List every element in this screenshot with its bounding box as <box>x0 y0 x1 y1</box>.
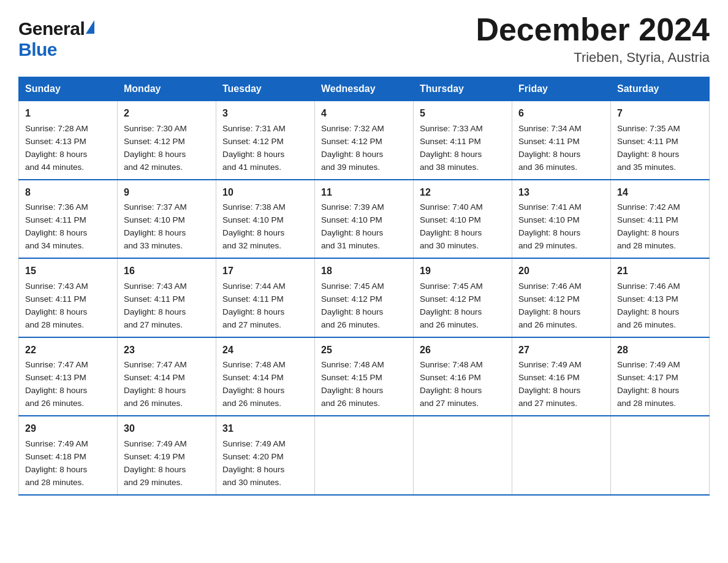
calendar-day-cell: 9Sunrise: 7:37 AMSunset: 4:10 PMDaylight… <box>118 180 216 258</box>
day-number: 5 <box>420 106 506 121</box>
calendar-header: SundayMondayTuesdayWednesdayThursdayFrid… <box>19 77 710 101</box>
calendar-day-cell: 8Sunrise: 7:36 AMSunset: 4:11 PMDaylight… <box>19 180 118 258</box>
calendar-day-cell: 16Sunrise: 7:43 AMSunset: 4:11 PMDayligh… <box>118 258 216 337</box>
day-info: Sunrise: 7:49 AMSunset: 4:20 PMDaylight:… <box>222 438 308 489</box>
day-info: Sunrise: 7:38 AMSunset: 4:10 PMDaylight:… <box>222 201 308 253</box>
day-info: Sunrise: 7:43 AMSunset: 4:11 PMDaylight:… <box>124 280 210 332</box>
day-info: Sunrise: 7:46 AMSunset: 4:13 PMDaylight:… <box>617 280 703 332</box>
calendar-week-row: 1Sunrise: 7:28 AMSunset: 4:13 PMDaylight… <box>19 101 710 180</box>
day-info: Sunrise: 7:32 AMSunset: 4:12 PMDaylight:… <box>321 123 407 174</box>
day-info: Sunrise: 7:43 AMSunset: 4:11 PMDaylight:… <box>25 280 111 332</box>
day-number: 3 <box>222 106 308 121</box>
day-number: 2 <box>124 106 210 121</box>
day-info: Sunrise: 7:45 AMSunset: 4:12 PMDaylight:… <box>420 280 506 332</box>
calendar-day-cell: 22Sunrise: 7:47 AMSunset: 4:13 PMDayligh… <box>19 337 118 416</box>
calendar-day-cell: 3Sunrise: 7:31 AMSunset: 4:12 PMDaylight… <box>216 101 315 180</box>
day-info: Sunrise: 7:46 AMSunset: 4:12 PMDaylight:… <box>518 280 604 332</box>
logo-triangle-icon <box>86 20 94 34</box>
day-of-week-header: Friday <box>512 77 611 101</box>
day-info: Sunrise: 7:44 AMSunset: 4:11 PMDaylight:… <box>222 280 308 332</box>
calendar-day-cell: 19Sunrise: 7:45 AMSunset: 4:12 PMDayligh… <box>414 258 512 337</box>
title-block: December 2024 Trieben, Styria, Austria <box>476 12 710 66</box>
calendar-day-cell: 25Sunrise: 7:48 AMSunset: 4:15 PMDayligh… <box>315 337 414 416</box>
calendar-day-cell <box>512 416 611 494</box>
day-of-week-header: Monday <box>118 77 216 101</box>
calendar-day-cell: 12Sunrise: 7:40 AMSunset: 4:10 PMDayligh… <box>414 180 512 258</box>
day-info: Sunrise: 7:31 AMSunset: 4:12 PMDaylight:… <box>222 123 308 174</box>
day-number: 24 <box>222 343 308 358</box>
calendar-day-cell: 24Sunrise: 7:48 AMSunset: 4:14 PMDayligh… <box>216 337 315 416</box>
calendar-table: SundayMondayTuesdayWednesdayThursdayFrid… <box>18 77 710 495</box>
day-number: 1 <box>25 106 111 121</box>
calendar-day-cell: 21Sunrise: 7:46 AMSunset: 4:13 PMDayligh… <box>611 258 710 337</box>
calendar-week-row: 29Sunrise: 7:49 AMSunset: 4:18 PMDayligh… <box>19 416 710 494</box>
day-number: 10 <box>222 185 308 201</box>
day-info: Sunrise: 7:28 AMSunset: 4:13 PMDaylight:… <box>25 123 111 174</box>
calendar-day-cell: 18Sunrise: 7:45 AMSunset: 4:12 PMDayligh… <box>315 258 414 337</box>
day-number: 31 <box>222 421 308 437</box>
day-number: 14 <box>617 185 703 201</box>
day-number: 30 <box>124 421 210 437</box>
day-info: Sunrise: 7:49 AMSunset: 4:18 PMDaylight:… <box>25 438 111 489</box>
day-info: Sunrise: 7:36 AMSunset: 4:11 PMDaylight:… <box>25 201 111 253</box>
calendar-day-cell <box>414 416 512 494</box>
day-number: 25 <box>321 343 407 358</box>
day-number: 12 <box>420 185 506 201</box>
calendar-day-cell: 26Sunrise: 7:48 AMSunset: 4:16 PMDayligh… <box>414 337 512 416</box>
day-of-week-header: Wednesday <box>315 77 414 101</box>
day-info: Sunrise: 7:48 AMSunset: 4:16 PMDaylight:… <box>420 359 506 410</box>
day-number: 18 <box>321 264 407 279</box>
day-number: 4 <box>321 106 407 121</box>
day-number: 9 <box>124 185 210 201</box>
day-info: Sunrise: 7:34 AMSunset: 4:11 PMDaylight:… <box>518 123 604 174</box>
day-number: 13 <box>518 185 604 201</box>
calendar-body: 1Sunrise: 7:28 AMSunset: 4:13 PMDaylight… <box>19 101 710 495</box>
day-number: 28 <box>617 343 703 358</box>
day-number: 11 <box>321 185 407 201</box>
day-info: Sunrise: 7:35 AMSunset: 4:11 PMDaylight:… <box>617 123 703 174</box>
calendar-week-row: 8Sunrise: 7:36 AMSunset: 4:11 PMDaylight… <box>19 180 710 258</box>
day-info: Sunrise: 7:37 AMSunset: 4:10 PMDaylight:… <box>124 201 210 253</box>
day-number: 8 <box>25 185 111 201</box>
day-number: 27 <box>518 343 604 358</box>
calendar-day-cell: 23Sunrise: 7:47 AMSunset: 4:14 PMDayligh… <box>118 337 216 416</box>
day-of-week-header: Tuesday <box>216 77 315 101</box>
calendar-day-cell: 5Sunrise: 7:33 AMSunset: 4:11 PMDaylight… <box>414 101 512 180</box>
calendar-week-row: 15Sunrise: 7:43 AMSunset: 4:11 PMDayligh… <box>19 258 710 337</box>
day-number: 17 <box>222 264 308 279</box>
calendar-day-cell <box>611 416 710 494</box>
day-of-week-header: Thursday <box>414 77 512 101</box>
day-info: Sunrise: 7:47 AMSunset: 4:13 PMDaylight:… <box>25 359 111 410</box>
calendar-day-cell: 29Sunrise: 7:49 AMSunset: 4:18 PMDayligh… <box>19 416 118 494</box>
calendar-day-cell: 15Sunrise: 7:43 AMSunset: 4:11 PMDayligh… <box>19 258 118 337</box>
calendar-week-row: 22Sunrise: 7:47 AMSunset: 4:13 PMDayligh… <box>19 337 710 416</box>
day-info: Sunrise: 7:45 AMSunset: 4:12 PMDaylight:… <box>321 280 407 332</box>
day-number: 26 <box>420 343 506 358</box>
day-number: 23 <box>124 343 210 358</box>
day-number: 20 <box>518 264 604 279</box>
day-of-week-header: Sunday <box>19 77 118 101</box>
day-info: Sunrise: 7:48 AMSunset: 4:15 PMDaylight:… <box>321 359 407 410</box>
calendar-day-cell: 17Sunrise: 7:44 AMSunset: 4:11 PMDayligh… <box>216 258 315 337</box>
day-header-row: SundayMondayTuesdayWednesdayThursdayFrid… <box>19 77 710 101</box>
calendar-day-cell: 11Sunrise: 7:39 AMSunset: 4:10 PMDayligh… <box>315 180 414 258</box>
calendar-day-cell: 13Sunrise: 7:41 AMSunset: 4:10 PMDayligh… <box>512 180 611 258</box>
day-info: Sunrise: 7:49 AMSunset: 4:16 PMDaylight:… <box>518 359 604 410</box>
day-of-week-header: Saturday <box>611 77 710 101</box>
day-info: Sunrise: 7:41 AMSunset: 4:10 PMDaylight:… <box>518 201 604 253</box>
page-header: General Blue December 2024 Trieben, Styr… <box>18 12 710 66</box>
calendar-day-cell <box>315 416 414 494</box>
day-number: 29 <box>25 421 111 437</box>
calendar-day-cell: 2Sunrise: 7:30 AMSunset: 4:12 PMDaylight… <box>118 101 216 180</box>
day-info: Sunrise: 7:47 AMSunset: 4:14 PMDaylight:… <box>124 359 210 410</box>
calendar-day-cell: 31Sunrise: 7:49 AMSunset: 4:20 PMDayligh… <box>216 416 315 494</box>
calendar-day-cell: 10Sunrise: 7:38 AMSunset: 4:10 PMDayligh… <box>216 180 315 258</box>
calendar-day-cell: 1Sunrise: 7:28 AMSunset: 4:13 PMDaylight… <box>19 101 118 180</box>
location-title: Trieben, Styria, Austria <box>476 50 710 66</box>
calendar-day-cell: 30Sunrise: 7:49 AMSunset: 4:19 PMDayligh… <box>118 416 216 494</box>
calendar-day-cell: 20Sunrise: 7:46 AMSunset: 4:12 PMDayligh… <box>512 258 611 337</box>
day-info: Sunrise: 7:33 AMSunset: 4:11 PMDaylight:… <box>420 123 506 174</box>
day-info: Sunrise: 7:40 AMSunset: 4:10 PMDaylight:… <box>420 201 506 253</box>
calendar-day-cell: 27Sunrise: 7:49 AMSunset: 4:16 PMDayligh… <box>512 337 611 416</box>
day-number: 21 <box>617 264 703 279</box>
